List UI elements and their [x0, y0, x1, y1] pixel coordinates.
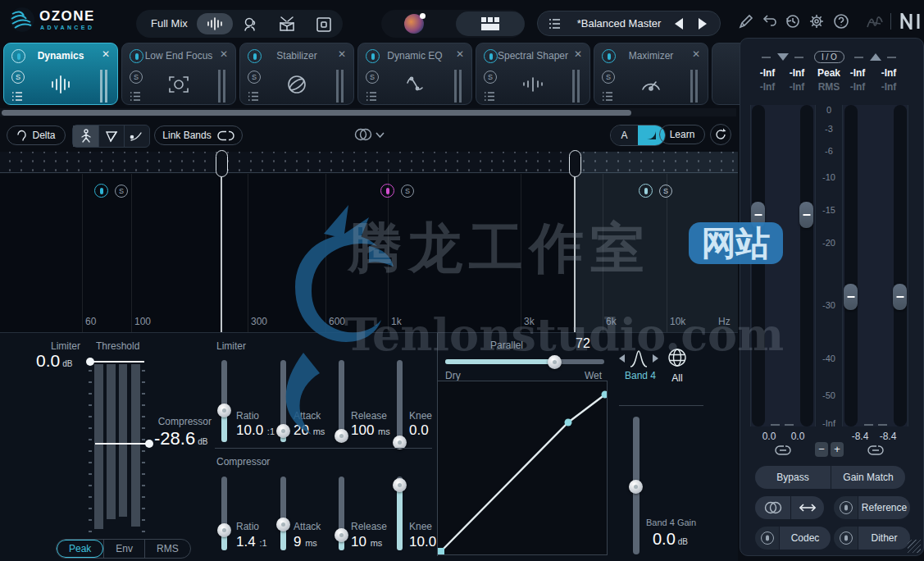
limiter-threshold-line[interactable] [90, 361, 144, 363]
selected-band-region[interactable] [575, 152, 738, 332]
band1-solo-icon[interactable]: S [115, 185, 128, 198]
compressor-attack-slider[interactable] [276, 477, 290, 550]
input-gain-handle-l[interactable] [751, 202, 765, 228]
ab-compare-toggle[interactable]: A [610, 125, 666, 146]
dither-power-button[interactable] [834, 527, 858, 550]
io-label[interactable]: I / O [814, 51, 844, 63]
input-gain-down-icon[interactable] [777, 53, 789, 61]
ab-reference-toggle[interactable] [755, 496, 790, 519]
close-icon[interactable]: ✕ [220, 48, 228, 60]
rms-label[interactable]: RMS [818, 81, 840, 93]
tab-dynamics[interactable]: Dynamics ✕ S [3, 43, 118, 105]
solo-icon[interactable]: S [366, 71, 379, 84]
output-gain-value-l[interactable]: -8.4 [852, 431, 869, 442]
input-meter-r[interactable] [800, 105, 813, 426]
tab-dynamic-eq[interactable]: Dynamic EQ ✕ S [357, 43, 472, 105]
band1-power-icon[interactable] [94, 184, 108, 198]
close-icon[interactable]: ✕ [692, 48, 700, 60]
output-gain-handle-l[interactable] [844, 284, 858, 310]
compressor-threshold-handle[interactable] [145, 440, 153, 448]
peak-label[interactable]: Peak [817, 67, 840, 79]
focus-target-button[interactable] [315, 16, 333, 37]
band-display-dropdown[interactable] [354, 128, 385, 141]
history-icon[interactable] [785, 13, 801, 30]
output-meter-r[interactable] [894, 105, 907, 426]
all-label[interactable]: All [667, 372, 688, 384]
limiter-threshold-handle[interactable] [86, 358, 94, 366]
compressor-threshold-value[interactable]: -28.6dB [154, 428, 207, 449]
list-icon[interactable] [248, 90, 259, 105]
list-icon[interactable] [366, 90, 377, 105]
prev-band-icon[interactable] [619, 354, 625, 363]
drag-handle[interactable] [572, 70, 580, 103]
close-icon[interactable]: ✕ [574, 48, 582, 60]
mode-peak[interactable]: Peak [57, 540, 103, 558]
bypass-button[interactable]: Bypass [755, 466, 831, 489]
limiter-attack-slider[interactable] [276, 360, 290, 442]
band2-power-icon[interactable] [380, 184, 394, 198]
resize-grip[interactable] [908, 540, 921, 553]
zoom-out-button[interactable]: − [815, 442, 828, 457]
undo-icon[interactable] [762, 13, 778, 30]
band-select-label[interactable]: Band 4 [617, 370, 663, 381]
codec-power-button[interactable] [755, 527, 779, 550]
full-mix-icon-button[interactable] [197, 13, 233, 34]
delta-button[interactable]: Delta [7, 125, 66, 145]
signature-icon[interactable] [864, 12, 885, 32]
drag-handle[interactable] [454, 70, 462, 103]
threshold-view-button[interactable] [98, 125, 124, 147]
preset-prev-button[interactable] [675, 18, 683, 30]
list-icon[interactable] [484, 90, 495, 105]
list-icon[interactable] [11, 90, 23, 105]
parallel-value[interactable]: 72 [576, 336, 590, 351]
band-gain-value[interactable]: 0.0dB [653, 530, 688, 549]
solo-icon[interactable]: S [130, 71, 143, 84]
input-gain-handle-r[interactable] [799, 202, 813, 228]
reset-crossovers-button[interactable] [710, 124, 731, 145]
transfer-curve-graph[interactable] [437, 381, 608, 555]
learn-button[interactable]: Learn [659, 125, 705, 144]
pencil-icon[interactable] [738, 13, 754, 30]
input-gain-value-l[interactable]: 0.0 [762, 431, 776, 442]
tab-maximizer[interactable]: Maximizer ✕ S [594, 43, 708, 105]
drums-target-button[interactable] [277, 16, 297, 37]
limiter-ratio-slider[interactable] [217, 360, 231, 442]
swap-reference-button[interactable] [791, 496, 824, 519]
band2-solo-icon[interactable]: S [401, 185, 414, 198]
solo-icon[interactable]: S [11, 71, 25, 84]
mode-rms[interactable]: RMS [144, 540, 190, 558]
drag-handle[interactable] [100, 70, 107, 103]
crossover-handle-2[interactable] [569, 150, 581, 177]
compressor-ratio-slider[interactable] [217, 477, 231, 550]
output-gain-up-icon[interactable] [870, 53, 881, 61]
input-link-button[interactable] [773, 445, 793, 459]
next-band-icon[interactable] [653, 354, 658, 363]
tab-low-end-focus[interactable]: Low End Focus ✕ S [121, 43, 236, 105]
close-icon[interactable]: ✕ [456, 48, 464, 60]
limiter-release-slider[interactable] [335, 360, 348, 442]
input-meter-l[interactable] [752, 105, 765, 426]
reference-button[interactable]: Reference [858, 496, 910, 519]
reference-power-button[interactable] [834, 496, 858, 519]
zoom-in-button[interactable]: + [831, 442, 844, 457]
compressor-threshold-line[interactable] [95, 443, 149, 445]
list-icon[interactable] [602, 90, 613, 105]
settings-gear-icon[interactable] [808, 13, 825, 30]
gain-match-button[interactable]: Gain Match [831, 466, 905, 489]
output-gain-handle-r[interactable] [893, 284, 907, 310]
solo-icon[interactable]: S [484, 71, 497, 84]
solo-icon[interactable]: S [602, 71, 615, 84]
compressor-release-slider[interactable] [335, 477, 348, 550]
crossover-handle-1[interactable] [216, 150, 228, 177]
module-chain-view-button[interactable] [456, 11, 525, 36]
compressor-knee-slider[interactable] [393, 477, 407, 550]
close-icon[interactable]: ✕ [338, 48, 346, 60]
ab-a-label[interactable]: A [611, 125, 638, 145]
limiter-threshold-value[interactable]: 0.0dB [36, 351, 72, 371]
help-icon[interactable] [833, 13, 849, 30]
preset-selector[interactable]: *Balanced Master [537, 11, 721, 36]
tab-stabilizer[interactable]: Stabilizer ✕ S [239, 43, 354, 105]
output-gain-value-r[interactable]: -8.4 [880, 431, 897, 442]
link-bands-toggle[interactable]: Link Bands [154, 125, 243, 145]
detection-view-button[interactable] [73, 125, 98, 147]
